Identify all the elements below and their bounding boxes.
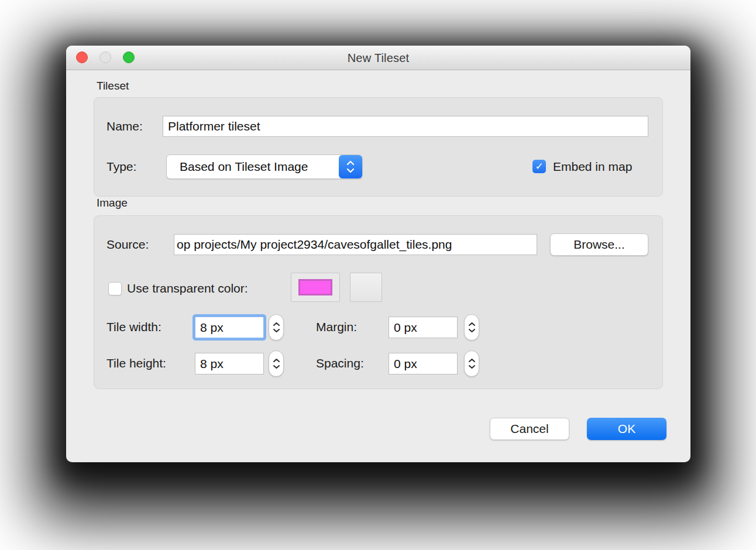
tile-height-stepper[interactable] [269,350,284,377]
stepper-down-icon [273,365,280,369]
ok-button[interactable]: OK [587,418,666,440]
close-button[interactable] [76,51,88,63]
new-tileset-dialog: New Tileset Tileset Name: Type: Based on… [66,46,690,462]
name-input[interactable] [163,116,648,137]
embed-in-map-checkbox[interactable]: ✓ [532,160,546,173]
tile-width-input[interactable] [195,317,264,338]
stepper-down-icon [273,328,280,333]
stepper-down-icon [468,365,476,369]
embed-in-map-label: Embed in map [553,154,632,179]
margin-label: Margin: [316,316,357,338]
popup-arrows-icon [339,155,362,178]
stepper-up-icon [468,322,476,326]
spacing-input[interactable] [389,353,458,374]
type-label: Type: [106,154,136,179]
spacing-label: Spacing: [316,352,364,374]
transparent-color-well[interactable] [291,273,340,302]
stepper-up-icon [273,358,280,363]
tile-height-input[interactable] [195,353,264,374]
checkmark-icon: ✓ [535,160,543,173]
cancel-button[interactable]: Cancel [490,418,569,440]
tile-width-stepper[interactable] [269,314,284,341]
zoom-button[interactable] [123,51,135,63]
window-title: New Tileset [66,46,690,70]
stepper-up-icon [273,322,280,326]
margin-stepper[interactable] [464,314,479,341]
tileset-section-label: Tileset [97,80,129,92]
browse-button[interactable]: Browse... [550,233,648,256]
name-label: Name: [106,116,143,137]
tileset-groupbox [94,97,663,197]
use-transparent-color-checkbox[interactable] [108,282,122,295]
minimize-button [99,51,111,63]
transparent-color-swatch [298,279,332,295]
stepper-up-icon [468,358,476,363]
type-dropdown-value: Based on Tileset Image [167,160,339,174]
image-section-label: Image [97,197,128,209]
source-label: Source: [106,234,149,255]
type-dropdown[interactable]: Based on Tileset Image [166,154,363,179]
tile-width-label: Tile width: [106,316,161,338]
source-input[interactable] [174,234,537,255]
spacing-stepper[interactable] [464,350,479,377]
titlebar[interactable]: New Tileset [66,46,690,70]
screenshot-stage: New Tileset Tileset Name: Type: Based on… [0,0,756,550]
tile-height-label: Tile height: [106,352,166,374]
color-picker-button[interactable] [350,273,382,302]
stepper-down-icon [468,328,476,333]
use-transparent-color-label: Use transparent color: [127,276,248,301]
margin-input[interactable] [389,317,458,338]
